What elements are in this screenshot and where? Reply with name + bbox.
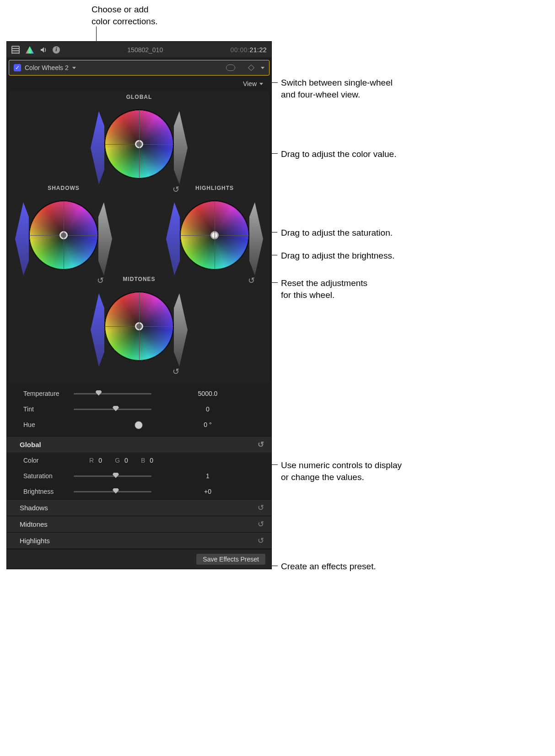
reset-icon[interactable]: ↺: [258, 536, 264, 545]
section-label: Midtones: [20, 520, 48, 528]
callout-brightness: Drag to adjust the brightness.: [281, 250, 394, 262]
view-menu[interactable]: View: [7, 77, 271, 89]
reset-icon[interactable]: ↺: [172, 367, 179, 377]
wheel-center-handle[interactable]: [59, 231, 68, 239]
wheel-center-handle[interactable]: [135, 140, 143, 148]
callout-preset: Create an effects preset.: [281, 561, 376, 572]
callout-color-value: Drag to adjust the color value.: [281, 148, 396, 160]
saturation-slider[interactable]: [74, 475, 151, 477]
highlights-wheel[interactable]: ↺: [169, 194, 260, 286]
callout-reset: Reset the adjustments for this wheel.: [281, 277, 367, 301]
audio-inspector-icon[interactable]: [40, 46, 47, 54]
temperature-value[interactable]: 5000.0: [151, 390, 264, 397]
saturation-arc[interactable]: [15, 202, 29, 275]
color-wheel[interactable]: [105, 110, 173, 178]
section-label: Highlights: [20, 537, 50, 545]
color-label: Color: [23, 457, 83, 464]
mask-icon[interactable]: [226, 65, 235, 71]
midtones-wheel[interactable]: ↺: [93, 285, 185, 377]
chevron-down-icon[interactable]: [261, 67, 264, 69]
r-label: R: [89, 457, 94, 464]
inspector-footer: Save Effects Preset: [7, 549, 271, 569]
shadows-wheel-block: SHADOWS ↺: [4, 185, 123, 286]
brightness-handle[interactable]: [188, 143, 194, 152]
saturation-arc[interactable]: [91, 111, 104, 184]
slider-knob[interactable]: [113, 406, 119, 411]
saturation-arc[interactable]: [91, 293, 104, 367]
callout-numeric: Use numeric controls to display or chang…: [281, 459, 402, 483]
view-menu-label: View: [243, 80, 257, 87]
shadows-section-header[interactable]: Shadows ↺: [7, 499, 271, 516]
g-value[interactable]: 0: [124, 457, 135, 464]
global-section-header[interactable]: Global ↺: [7, 436, 271, 453]
highlights-wheel-block: HIGHLIGHTS ↺: [155, 185, 274, 286]
keyframe-icon[interactable]: [248, 65, 254, 71]
color-rgb-row: Color R0 G0 B0: [7, 453, 271, 468]
brightness-slider[interactable]: [74, 491, 151, 492]
temperature-slider[interactable]: [74, 393, 151, 394]
brightness-handle[interactable]: [263, 234, 269, 243]
hue-value[interactable]: 0 °: [151, 421, 264, 428]
brightness-handle[interactable]: [188, 325, 194, 335]
slider-knob[interactable]: [96, 390, 102, 396]
global-wheel[interactable]: ↺: [93, 103, 185, 194]
correction-enable-checkbox[interactable]: ✓: [14, 64, 21, 71]
brightness-handle[interactable]: [112, 234, 119, 243]
hue-label: Hue: [23, 421, 74, 428]
r-value[interactable]: 0: [98, 457, 108, 464]
wheel-title-shadows: SHADOWS: [4, 185, 123, 191]
correction-selector[interactable]: ✓ Color Wheels 2: [9, 60, 269, 76]
brightness-arc[interactable]: [174, 293, 188, 367]
reset-icon[interactable]: ↺: [248, 275, 255, 286]
brightness-value[interactable]: +0: [151, 488, 264, 495]
shadows-wheel[interactable]: ↺: [18, 194, 109, 286]
temperature-row: Temperature 5000.0: [7, 386, 271, 401]
hue-knob[interactable]: [135, 421, 143, 429]
brightness-arc[interactable]: [249, 202, 263, 275]
callout-choose-corrections: Choose or add color corrections.: [92, 4, 158, 27]
tint-value[interactable]: 0: [151, 405, 264, 413]
saturation-handle[interactable]: [84, 325, 91, 335]
midtones-section-header[interactable]: Midtones ↺: [7, 516, 271, 532]
temperature-label: Temperature: [23, 390, 74, 397]
global-brightness-row: Brightness +0: [7, 484, 271, 499]
correction-name: Color Wheels 2: [25, 64, 69, 71]
saturation-handle[interactable]: [84, 143, 91, 152]
global-wheel-block: GLOBAL ↺: [80, 94, 199, 194]
slider-knob[interactable]: [113, 473, 119, 478]
clip-name: 150802_010: [65, 46, 225, 54]
svg-marker-0: [26, 46, 34, 54]
saturation-value[interactable]: 1: [151, 472, 264, 480]
reset-icon[interactable]: ↺: [258, 503, 264, 513]
video-inspector-icon[interactable]: [11, 46, 20, 54]
color-inspector-icon[interactable]: [25, 46, 34, 54]
slider-knob[interactable]: [113, 488, 119, 494]
g-label: G: [115, 457, 120, 464]
saturation-handle[interactable]: [160, 234, 166, 243]
reset-icon[interactable]: ↺: [258, 519, 264, 529]
color-wheel[interactable]: [105, 292, 173, 361]
section-label: Shadows: [20, 504, 48, 512]
wheel-center-handle[interactable]: [135, 322, 143, 330]
wheel-center-handle[interactable]: [210, 231, 219, 239]
reset-icon[interactable]: ↺: [258, 440, 264, 449]
highlights-section-header[interactable]: Highlights ↺: [7, 532, 271, 549]
b-value[interactable]: 0: [150, 457, 160, 464]
info-inspector-icon[interactable]: i: [53, 46, 60, 54]
hue-row: Hue 0 °: [7, 417, 271, 432]
tint-slider[interactable]: [74, 409, 151, 410]
saturation-label: Saturation: [23, 472, 74, 480]
tint-label: Tint: [23, 405, 74, 413]
brightness-label: Brightness: [23, 488, 74, 495]
saturation-arc[interactable]: [166, 202, 180, 275]
save-effects-preset-button[interactable]: Save Effects Preset: [196, 553, 266, 565]
chevron-down-icon[interactable]: [72, 67, 76, 69]
saturation-handle[interactable]: [9, 234, 15, 243]
color-wheel[interactable]: [180, 201, 249, 270]
section-label: Global: [20, 441, 41, 448]
b-label: B: [141, 457, 145, 464]
brightness-arc[interactable]: [98, 202, 112, 275]
color-wheel[interactable]: [29, 201, 98, 270]
brightness-arc[interactable]: [174, 111, 188, 184]
callout-view: Switch between single-wheel and four-whe…: [281, 77, 393, 100]
